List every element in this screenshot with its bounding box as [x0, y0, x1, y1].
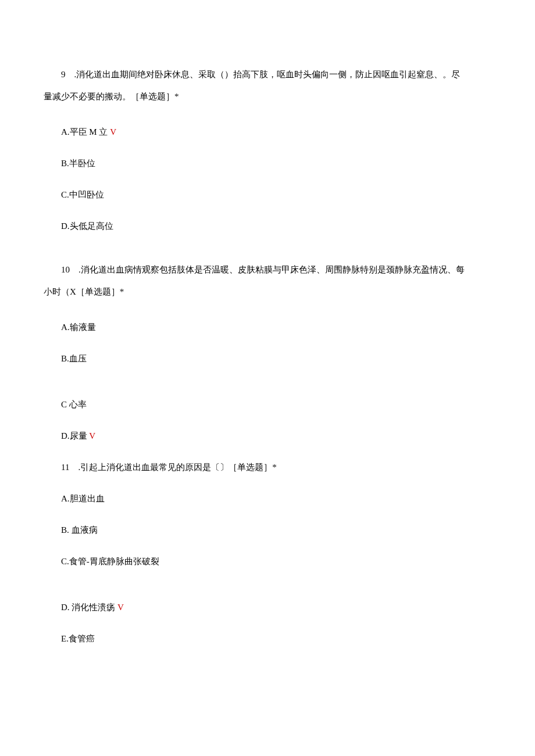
question-9-option-d: D.头低足高位 — [61, 219, 491, 233]
correct-mark: V — [110, 127, 116, 137]
option-text: C.中凹卧位 — [61, 190, 104, 199]
correct-mark: V — [89, 431, 95, 440]
option-text: D.头低足高位 — [61, 221, 113, 231]
option-text: A.输液量 — [61, 323, 96, 332]
question-9-option-a: A.平臣 M 立 V — [61, 125, 491, 139]
question-11-option-a: A.胆道出血 — [61, 492, 491, 506]
option-text: A.胆道出血 — [61, 494, 105, 503]
question-11-option-b: B. 血液病 — [61, 523, 491, 537]
question-9-option-c: C.中凹卧位 — [61, 188, 491, 202]
option-text: C.食管-胃底静脉曲张破裂 — [61, 557, 159, 566]
question-10-option-c: C 心率 — [61, 397, 491, 411]
question-9: 9 .消化道出血期间绝对卧床休息、采取（）抬高下肢，呕血时头偏向一侧，防止因呕血… — [44, 64, 491, 108]
question-9-option-b: B.半卧位 — [61, 156, 491, 170]
question-9-line2: 量减少不必要的搬动。［单选题］* — [44, 86, 491, 108]
option-text: C 心率 — [61, 400, 87, 409]
option-text: B. 血液病 — [61, 525, 98, 535]
option-text: B.半卧位 — [61, 159, 95, 168]
question-10: 10 .消化道出血病情观察包括肢体是否温暖、皮肤粘膜与甲床色泽、周围静脉特别是颈… — [44, 259, 491, 303]
question-11: 11 .引起上消化道出血最常见的原因是〔〕［单选题］* — [61, 460, 491, 474]
option-text: D.尿量 — [61, 431, 89, 440]
question-9-line1: 9 .消化道出血期间绝对卧床休息、采取（）抬高下肢，呕血时头偏向一侧，防止因呕血… — [44, 64, 491, 86]
question-10-line2: 小时（X［单选题］* — [44, 281, 491, 303]
question-11-option-c: C.食管-胃底静脉曲张破裂 — [61, 554, 491, 568]
question-11-text: 11 .引起上消化道出血最常见的原因是〔〕［单选题］* — [61, 463, 277, 472]
question-11-option-d: D. 消化性溃疡 V — [61, 600, 491, 614]
option-text: B.血压 — [61, 354, 87, 363]
question-11-option-e: E.食管癌 — [61, 632, 491, 646]
option-text: E.食管癌 — [61, 634, 95, 643]
option-text: D. 消化性溃疡 — [61, 603, 117, 612]
question-10-option-b: B.血压 — [61, 352, 491, 366]
option-text: A.平臣 M 立 — [61, 127, 110, 137]
question-10-option-d: D.尿量 V — [61, 429, 491, 443]
correct-mark: V — [117, 603, 124, 612]
question-10-line1: 10 .消化道出血病情观察包括肢体是否温暖、皮肤粘膜与甲床色泽、周围静脉特别是颈… — [44, 259, 491, 281]
question-10-option-a: A.输液量 — [61, 320, 491, 334]
